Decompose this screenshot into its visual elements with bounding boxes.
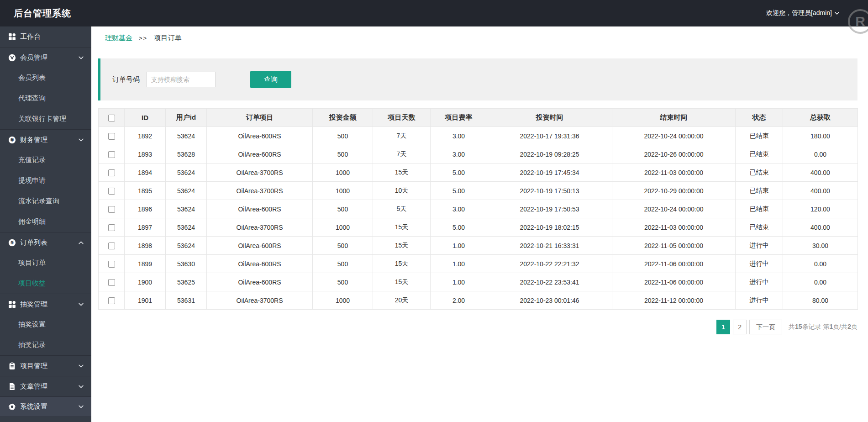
cell-end-time: 2022-11-12 00:00:00 (612, 291, 736, 310)
circle-yen-icon: ¥ (8, 239, 16, 247)
sidebar-item-recharge-records[interactable]: 充值记录 (0, 150, 91, 170)
cell-days: 15天 (373, 255, 431, 273)
sidebar-item-label: 项目收益 (18, 279, 84, 288)
cell-id: 1894 (125, 164, 166, 182)
column-header-rate: 项目费率 (431, 109, 487, 127)
cell-project: OilArea-600RS (207, 200, 313, 218)
row-checkbox[interactable] (108, 133, 115, 140)
row-checkbox[interactable] (108, 297, 115, 304)
cell-end-time: 2022-11-03 00:00:00 (612, 218, 736, 237)
sidebar-item-lottery-records[interactable]: 抽奖记录 (0, 335, 91, 355)
select-all-cell (99, 109, 125, 127)
chevron-down-icon (78, 137, 84, 143)
table-row: 1894 53624 OilArea-3700RS 1000 15天 5.00 … (99, 164, 858, 182)
sidebar-item-project-mgmt[interactable]: 项目管理 (0, 355, 91, 376)
cell-project: OilArea-600RS (207, 255, 313, 273)
grid-icon (8, 301, 16, 308)
cell-status: 已结束 (736, 145, 783, 164)
cell-days: 15天 (373, 164, 431, 182)
sidebar-item-lottery-mgmt[interactable]: 抽奖管理 (0, 294, 91, 314)
page-button-1[interactable]: 1 (716, 320, 730, 334)
row-checkbox[interactable] (108, 169, 115, 176)
sidebar-item-label: 佣金明细 (18, 217, 84, 226)
breadcrumb-current: 项目订单 (154, 34, 181, 42)
table-row: 1898 53624 OilArea-600RS 500 15天 1.00 20… (99, 237, 858, 255)
breadcrumb-link-parent[interactable]: 理财基金 (105, 34, 132, 42)
cell-invest-time: 2022-10-22 23:53:41 (487, 273, 612, 291)
chevron-down-icon (78, 55, 84, 61)
circle-yen-icon: ¥ (8, 136, 16, 144)
sidebar-item-lottery-settings[interactable]: 抽奖设置 (0, 314, 91, 335)
cell-uid: 53631 (166, 291, 207, 310)
sidebar-item-workbench[interactable]: 工作台 (0, 26, 91, 47)
sidebar-item-label: 提现申请 (18, 176, 84, 185)
row-checkbox[interactable] (108, 206, 115, 213)
cell-uid: 53624 (166, 237, 207, 255)
row-checkbox[interactable] (108, 243, 115, 249)
row-checkbox[interactable] (108, 261, 115, 268)
cell-total: 180.00 (783, 127, 858, 145)
table-row: 1897 53624 OilArea-3700RS 1000 15天 5.00 … (99, 218, 858, 237)
sidebar-item-project-orders[interactable]: 项目订单 (0, 253, 91, 273)
cell-project: OilArea-3700RS (207, 182, 313, 200)
query-button[interactable]: 查询 (250, 71, 291, 88)
sidebar-item-commission-detail[interactable]: 佣金明细 (0, 211, 91, 232)
cell-days: 15天 (373, 218, 431, 237)
row-checkbox-cell (99, 218, 125, 237)
cell-status: 已结束 (736, 182, 783, 200)
cell-id: 1896 (125, 200, 166, 218)
row-checkbox[interactable] (108, 151, 115, 158)
svg-text:¥: ¥ (11, 240, 14, 245)
circle-v-icon (8, 54, 16, 62)
cell-total: 0.00 (783, 145, 858, 164)
cell-invest-time: 2022-10-17 19:31:36 (487, 127, 612, 145)
pagination: 1 2 下一页 共15条记录 第1页/共2页 (98, 320, 857, 334)
sidebar-item-member-mgmt[interactable]: 会员管理 (0, 47, 91, 68)
sidebar-item-article-mgmt[interactable]: 文章管理 (0, 376, 91, 396)
user-menu[interactable]: 欢迎您，管理员[admin] (766, 0, 840, 26)
sidebar-item-label: 项目管理 (20, 362, 78, 370)
sidebar-item-withdraw-requests[interactable]: 提现申请 (0, 170, 91, 191)
column-header-total: 总获取 (783, 109, 858, 127)
sidebar-item-system-settings[interactable]: 系统设置 (0, 396, 91, 417)
sidebar-item-member-list[interactable]: 会员列表 (0, 68, 91, 88)
order-number-input[interactable] (146, 72, 216, 87)
cell-status: 进行中 (736, 255, 783, 273)
sidebar-item-finance-mgmt[interactable]: ¥ 财务管理 (0, 129, 91, 150)
table-row: 1895 53624 OilArea-3700RS 1000 10天 5.00 … (99, 182, 858, 200)
cell-days: 7天 (373, 145, 431, 164)
top-header: 后台管理系统 欢迎您，管理员[admin] (0, 0, 868, 26)
cell-total: 0.00 (783, 255, 858, 273)
row-checkbox[interactable] (108, 224, 115, 231)
column-header-invest-time: 投资时间 (487, 109, 612, 127)
row-checkbox-cell (99, 237, 125, 255)
sidebar-item-agent-query[interactable]: 代理查询 (0, 88, 91, 109)
cell-uid: 53624 (166, 164, 207, 182)
cell-amount: 500 (313, 255, 373, 273)
sidebar-item-bank-card-mgmt[interactable]: 关联银行卡管理 (0, 109, 91, 129)
sidebar-item-flow-records-query[interactable]: 流水记录查询 (0, 191, 91, 211)
cell-rate: 5.00 (431, 164, 487, 182)
next-page-button[interactable]: 下一页 (749, 320, 782, 334)
cell-invest-time: 2022-10-21 16:33:31 (487, 237, 612, 255)
svg-text:¥: ¥ (11, 137, 14, 142)
cell-project: OilArea-3700RS (207, 291, 313, 310)
select-all-checkbox[interactable] (108, 115, 115, 121)
row-checkbox[interactable] (108, 279, 115, 286)
cell-id: 1901 (125, 291, 166, 310)
chevron-down-icon (78, 363, 84, 369)
page-button-2[interactable]: 2 (733, 320, 747, 334)
cell-project: OilArea-3700RS (207, 164, 313, 182)
cell-days: 15天 (373, 237, 431, 255)
sidebar-item-project-earnings[interactable]: 项目收益 (0, 273, 91, 294)
cell-invest-time: 2022-10-22 22:21:32 (487, 255, 612, 273)
sidebar-item-order-list[interactable]: ¥ 订单列表 (0, 232, 91, 253)
sidebar-item-label: 系统设置 (20, 402, 78, 411)
row-checkbox[interactable] (108, 188, 115, 195)
cell-invest-time: 2022-10-19 09:28:25 (487, 145, 612, 164)
sidebar-item-label: 财务管理 (20, 136, 78, 144)
sidebar-item-label: 关联银行卡管理 (18, 115, 84, 123)
cell-invest-time: 2022-10-19 17:50:13 (487, 182, 612, 200)
cell-rate: 1.00 (431, 255, 487, 273)
cell-invest-time: 2022-10-19 17:50:53 (487, 200, 612, 218)
